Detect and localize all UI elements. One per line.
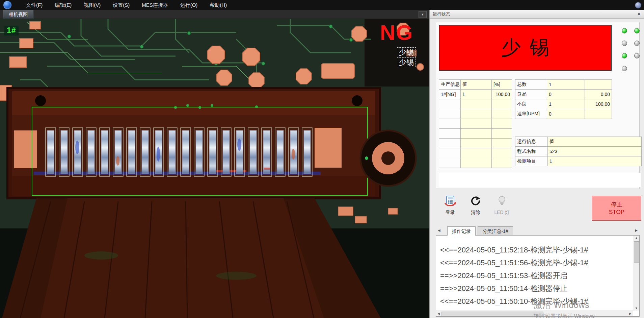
cell: 1 (461, 90, 492, 99)
tab-class-summary[interactable]: 分类汇总-1# (478, 226, 513, 235)
cell: 100.00 (492, 90, 512, 99)
cell (585, 80, 612, 90)
table-row (439, 109, 512, 119)
tab-scroll-right-icon[interactable]: ▶ (635, 228, 638, 232)
table-row (439, 158, 512, 168)
led-label: LED 灯 (490, 210, 514, 216)
table-row (439, 139, 512, 148)
cell: 良品 (515, 90, 547, 99)
menu-edit[interactable]: 编辑(E) (49, 0, 78, 10)
defect-tag: 少锡 (397, 47, 416, 57)
status-light (634, 53, 640, 58)
table-row (439, 99, 512, 109)
stats-table: 总数 1 良品 0 0.00 不良 1 100.00 速率[UPM] 0 (515, 79, 612, 119)
col-header: 值 (548, 137, 642, 147)
col-header: [%] (492, 80, 512, 90)
menu-settings[interactable]: 设置(S) (107, 0, 136, 10)
scroll-left-icon[interactable]: ◀ (437, 312, 440, 315)
cell: 程式名称 (515, 147, 548, 156)
defect-tag: 少锡 (397, 57, 416, 67)
camera-tab-strip: 相机视图 ▼ (0, 10, 429, 19)
tab-camera-view[interactable]: 相机视图 (3, 10, 33, 19)
cell: 总数 (515, 80, 547, 90)
camera-dropdown-icon[interactable]: ▼ (419, 11, 427, 18)
login-label: 登录 (438, 210, 462, 216)
cell: 100.00 (585, 99, 612, 109)
vertical-scroll-thumb[interactable] (634, 241, 639, 263)
col-header: 生产信息 (439, 80, 461, 90)
horizontal-scroll-thumb[interactable] (441, 312, 543, 316)
stop-button[interactable]: 停止 STOP (592, 196, 641, 221)
tab-scroll-left-icon[interactable]: ◀ (438, 228, 440, 232)
cell: 1 (547, 80, 585, 90)
menu-mes-connector[interactable]: MES连接器 (136, 0, 174, 10)
menu-items: 文件(F) 编辑(E) 视图(V) 设置(S) MES连接器 运行(O) 帮助(… (20, 0, 233, 10)
table-row (439, 129, 512, 139)
camera-viewport: 1# NG 少锡 少锡 (0, 19, 429, 318)
scroll-up-icon[interactable]: ▲ (633, 236, 640, 240)
run-status-panel: 运行状态 ✕ 少锡 生产信息 值 [%] 1#[NG] 1 100.00 (429, 10, 644, 318)
log-tab-strip: ◀ 操作记录 分类汇总-1# ▶ (436, 226, 640, 235)
tab-operation-log[interactable]: 操作记录 (447, 226, 476, 236)
production-table: 生产信息 值 [%] 1#[NG] 1 100.00 (439, 79, 512, 168)
table-row (439, 119, 512, 129)
table-row: 不良 1 100.00 (515, 99, 612, 109)
menu-file[interactable]: 文件(F) (20, 0, 49, 10)
status-light (634, 28, 640, 33)
cell: 0 (547, 109, 585, 119)
log-line: ==>>2024-05-05_11:51:53-检测器开启 (440, 269, 635, 282)
defect-tag-list: 少锡 少锡 (397, 47, 416, 68)
cell: 0.00 (585, 90, 612, 99)
clear-icon (469, 195, 482, 207)
inspection-result-label: NG (380, 20, 413, 45)
defect-alert-banner: 少锡 (439, 25, 612, 71)
table-row: 速率[UPM] 0 (515, 109, 612, 119)
pcb-photo (0, 19, 429, 318)
status-light (622, 41, 627, 46)
status-light (622, 28, 627, 33)
message-box (439, 173, 641, 187)
login-button[interactable]: 登录 (438, 195, 462, 216)
panel-title-bar: 运行状态 ✕ (430, 10, 644, 19)
table-row: 总数 1 (515, 80, 612, 90)
table-row: 程式名称 523 (515, 147, 642, 156)
clear-button[interactable]: 清除 (464, 195, 487, 216)
camera-id-label: 1# (4, 26, 19, 35)
status-light (622, 53, 627, 58)
run-info-table: 运行信息 值 程式名称 523 检测项目 1 (515, 137, 642, 166)
menu-view[interactable]: 视图(V) (78, 0, 107, 10)
col-header: 运行信息 (515, 137, 548, 147)
cell: 不良 (515, 99, 547, 109)
status-light (634, 41, 640, 46)
panel-title: 运行状态 (430, 10, 644, 18)
col-header: 值 (461, 80, 492, 90)
app-logo-icon (3, 1, 12, 9)
log-line: <<==2024-05-05_11:50:10-检测完毕-少锡-1# (440, 295, 635, 308)
close-icon[interactable]: ✕ (636, 11, 642, 17)
log-line: <<==2024-05-05_11:52:18-检测完毕-少锡-1# (440, 244, 635, 256)
cell: 1#[NG] (439, 90, 461, 99)
menu-bar: 文件(F) 编辑(E) 视图(V) 设置(S) MES连接器 运行(O) 帮助(… (0, 0, 644, 10)
table-header-row: 生产信息 值 [%] (439, 80, 512, 90)
log-line: ==>>2024-05-05_11:50:14-检测器停止 (440, 282, 635, 295)
status-light (622, 66, 627, 71)
log-lines: <<==2024-05-05_11:52:18-检测完毕-少锡-1# <<==2… (436, 236, 639, 308)
menu-run[interactable]: 运行(O) (174, 0, 204, 10)
horizontal-scrollbar[interactable]: ◀ ▶ (436, 311, 633, 316)
window-status-icon[interactable] (635, 2, 641, 8)
clear-label: 清除 (464, 210, 487, 216)
led-bulb-icon (496, 195, 508, 207)
cell: 1 (548, 156, 642, 166)
menu-help[interactable]: 帮助(H) (204, 0, 233, 10)
led-light-button[interactable]: LED 灯 (490, 195, 514, 216)
cell: 检测项目 (515, 156, 548, 166)
login-icon (444, 195, 456, 207)
stop-label-cn: 停止 (611, 201, 622, 209)
scroll-right-icon[interactable]: ▶ (629, 312, 632, 315)
vertical-scrollbar[interactable]: ▲ ▼ (633, 236, 639, 311)
cell: 速率[UPM] (515, 109, 547, 119)
camera-pane: 相机视图 ▼ (0, 10, 429, 318)
cell (585, 109, 612, 119)
scroll-down-icon[interactable]: ▼ (633, 307, 640, 310)
log-line: <<==2024-05-05_11:51:56-检测完毕-少锡-1# (440, 256, 635, 269)
